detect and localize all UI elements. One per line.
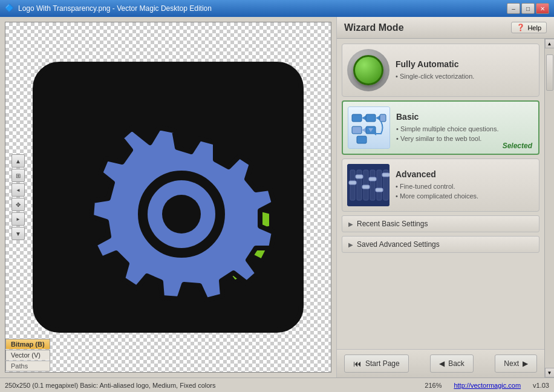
back-button[interactable]: ◀ Back [430,354,474,373]
status-zoom: 216% [425,382,442,389]
svg-rect-28 [369,177,376,181]
help-icon: ❓ [517,24,525,31]
fully-automatic-title: Fully Automatic [396,59,534,69]
start-page-button[interactable]: ⏮ Start Page [344,354,409,373]
app-icon: 🔷 [5,4,15,13]
next-button[interactable]: Next ▶ [495,354,537,373]
svg-rect-26 [356,175,363,178]
wizard-header: Wizard Mode ❓ Help [337,17,554,39]
scrollbar-track [546,48,554,368]
right-panel-inner: Fully Automatic • Single-click vectoriza… [337,39,554,377]
help-label: Help [527,24,541,31]
scroll-up-button[interactable]: ▲ [545,39,555,48]
saved-arrow-icon: ▶ [348,241,353,248]
svg-rect-12 [352,126,362,134]
basic-image [348,106,390,149]
fully-automatic-image [347,49,389,91]
help-button[interactable]: ❓ Help [511,22,547,33]
scroll-down-button[interactable]: ▼ [545,368,555,377]
title-buttons: – □ ✕ [507,3,549,14]
svg-rect-23 [377,170,382,200]
next-icon: ▶ [523,359,528,368]
svg-rect-22 [370,170,375,200]
basic-bullet-0: • Simple multiple choice questions. [396,124,533,134]
canvas-area[interactable]: ▲ ⊞ ◄ ✥ ► ▼ Bitmap (B) Vector (V) Paths [5,22,331,373]
svg-rect-11 [380,114,386,122]
fit-button[interactable]: ⊞ [11,169,25,182]
next-label: Next [504,359,519,368]
svg-marker-8 [362,116,366,120]
recent-basic-settings-button[interactable]: ▶ Recent Basic Settings [342,215,539,232]
saved-advanced-settings-button[interactable]: ▶ Saved Advanced Settings [342,236,539,253]
advanced-title: Advanced [396,169,534,179]
back-icon: ◀ [439,359,445,368]
left-toolbar: ▲ ⊞ ◄ ✥ ► ▼ [11,154,25,240]
pan-right-button[interactable]: ► [11,212,25,226]
svg-rect-19 [350,170,355,200]
fully-automatic-bullet-0: • Single-click vectorization. [396,71,534,82]
green-circle [353,55,383,85]
svg-rect-29 [376,188,383,192]
back-label: Back [448,359,464,368]
status-bar: 250x250 (0.1 megapixel) Basic: Anti-alia… [0,377,554,392]
saved-advanced-settings-label: Saved Advanced Settings [357,240,440,249]
basic-svg [351,109,387,146]
svg-point-6 [162,195,201,234]
view-tabs: Bitmap (B) Vector (V) Paths [5,339,50,372]
advanced-bullet-0: • Fine-tuned control. [396,181,534,192]
svg-rect-30 [382,173,389,177]
main-container: ▲ ⊞ ◄ ✥ ► ▼ Bitmap (B) Vector (V) Paths … [0,17,554,377]
advanced-info: Advanced • Fine-tuned control. • More co… [396,169,534,201]
svg-rect-25 [349,181,356,185]
svg-rect-27 [362,185,370,189]
svg-rect-7 [352,114,362,122]
close-button[interactable]: ✕ [536,3,549,14]
wizard-content: Fully Automatic • Single-click vectoriza… [337,39,544,349]
status-info: 250x250 (0.1 megapixel) Basic: Anti-alia… [5,382,216,389]
advanced-image [347,164,389,206]
minimize-button[interactable]: – [507,3,520,14]
canvas-panel: ▲ ⊞ ◄ ✥ ► ▼ Bitmap (B) Vector (V) Paths [0,17,336,377]
basic-card[interactable]: Basic • Simple multiple choice questions… [342,100,539,155]
mixer-svg [347,164,389,206]
advanced-card[interactable]: Advanced • Fine-tuned control. • More co… [342,158,539,212]
basic-title: Basic [396,112,533,122]
fully-automatic-info: Fully Automatic • Single-click vectoriza… [396,59,534,82]
basic-info: Basic • Simple multiple choice questions… [396,112,533,144]
svg-rect-9 [366,114,376,122]
center-button[interactable]: ✥ [11,198,25,211]
pan-left-button[interactable]: ◄ [11,183,25,197]
svg-rect-15 [357,136,367,143]
pan-up-button[interactable]: ▲ [11,154,25,168]
svg-marker-13 [362,128,366,132]
right-scrollbar: ▲ ▼ [544,39,554,377]
gear-illustration [29,58,307,336]
svg-marker-10 [376,116,380,120]
paths-tab[interactable]: Paths [5,361,50,371]
recent-basic-settings-label: Recent Basic Settings [357,220,428,228]
advanced-bullet-1: • More complicated choices. [396,191,534,201]
green-button-image [347,49,389,91]
pan-down-button[interactable]: ▼ [11,227,25,240]
fully-automatic-card[interactable]: Fully Automatic • Single-click vectoriza… [342,44,539,97]
scrollbar-thumb[interactable] [546,54,553,91]
vector-tab[interactable]: Vector (V) [5,350,50,360]
wizard-title: Wizard Mode [344,22,404,33]
status-url[interactable]: http://vectormagic.com [454,382,521,389]
gear-image-container [29,58,307,336]
status-version: v1.03 [533,382,549,389]
right-panel-content: Fully Automatic • Single-click vectoriza… [337,39,544,377]
maximize-button[interactable]: □ [521,3,535,14]
mixer-image [347,164,389,206]
basic-desc: • Simple multiple choice questions. • Ve… [396,124,533,144]
title-bar-left: 🔷 Logo With Transparency.png - Vector Ma… [5,4,212,13]
recent-arrow-icon: ▶ [348,221,353,227]
advanced-desc: • Fine-tuned control. • More complicated… [396,181,534,201]
nav-bar: ⏮ Start Page ◀ Back Next ▶ [337,349,544,377]
basic-arrows-image [348,106,390,149]
start-page-label: Start Page [365,359,400,368]
bitmap-tab[interactable]: Bitmap (B) [5,339,50,349]
selected-label: Selected [503,142,532,150]
window-title: Logo With Transparency.png - Vector Magi… [18,4,212,13]
start-page-icon: ⏮ [353,359,362,368]
